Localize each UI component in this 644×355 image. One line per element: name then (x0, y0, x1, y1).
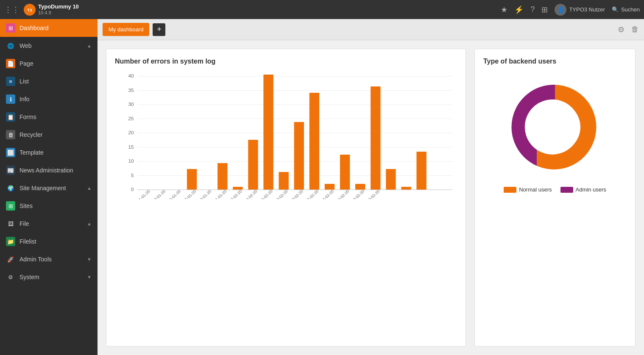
svg-rect-27 (248, 140, 258, 190)
chevron-down2-icon: ▼ (87, 275, 92, 280)
bar-chart-svg: 40 35 30 25 20 15 10 5 0 (115, 72, 457, 199)
sidebar-label-news: News Administration (20, 167, 73, 174)
chevron-down-icon: ▼ (87, 257, 92, 262)
svg-text:23-01-20: 23-01-20 (152, 189, 166, 199)
bookmark-icon[interactable]: ★ (501, 5, 507, 14)
chevron-up2-icon: ▲ (87, 186, 92, 191)
svg-text:16-02-20: 16-02-20 (335, 189, 350, 199)
layout: ⊞ Dashboard 🌐 Web ▲ 📄 Page ≡ List ℹ Info… (0, 19, 644, 355)
chevron-up-icon: ▲ (87, 43, 92, 48)
sidebar-item-template[interactable]: ⬜ Template (0, 144, 98, 161)
svg-text:25: 25 (128, 116, 134, 121)
legend-admin-label: Admin users (576, 186, 606, 193)
sidebar-item-filelist[interactable]: 📁 Filelist (0, 233, 98, 250)
svg-text:02-02-20: 02-02-20 (228, 189, 243, 199)
topbar-right: ★ ⚡ ? ⊞ 👤 TYPO3 Nutzer 🔍 Suchen (501, 4, 640, 16)
sidebar-group-system[interactable]: ⚙ System ▼ (0, 268, 98, 286)
svg-rect-23 (187, 169, 197, 190)
svg-rect-28 (263, 75, 273, 190)
sidebar-group-file[interactable]: 🖼 File ▲ (0, 215, 98, 233)
admin-tools-icon: 🚀 (6, 255, 15, 264)
svg-text:04-02-20: 04-02-20 (243, 189, 258, 199)
main-content: My dashboard + ⚙ 🗑 Number of errors in s… (98, 19, 644, 355)
add-widget-button[interactable]: + (153, 23, 165, 36)
sidebar-item-recycler[interactable]: 🗑 Recycler (0, 126, 98, 144)
svg-text:5: 5 (131, 173, 134, 178)
sidebar-item-list[interactable]: ≡ List (0, 72, 98, 90)
bar-chart-card: Number of errors in system log (106, 49, 466, 347)
svg-text:18-02-20: 18-02-20 (351, 189, 365, 199)
bar-chart-container: 40 35 30 25 20 15 10 5 0 (115, 72, 457, 199)
sidebar-item-news[interactable]: 📰 News Administration (0, 161, 98, 179)
svg-rect-35 (371, 86, 380, 190)
donut-chart-title: Type of backend users (483, 58, 627, 65)
recycler-icon: 🗑 (6, 130, 15, 139)
sidebar-item-sites[interactable]: ⊞ Sites (0, 197, 98, 215)
svg-text:40: 40 (128, 73, 134, 78)
svg-text:T3: T3 (27, 8, 32, 12)
sidebar-group-admin-tools[interactable]: 🚀 Admin Tools ▼ (0, 250, 98, 268)
svg-text:06-02-20: 06-02-20 (259, 189, 273, 199)
sidebar-item-info[interactable]: ℹ Info (0, 90, 98, 108)
sidebar-group-web[interactable]: 🌐 Web ▲ (0, 37, 98, 55)
search-area[interactable]: 🔍 Suchen (612, 6, 640, 13)
svg-text:27-01-20: 27-01-20 (182, 189, 197, 199)
grid-icon[interactable]: ⋮⋮ (4, 5, 20, 14)
svg-rect-36 (386, 169, 396, 190)
filelist-icon: 📁 (6, 237, 15, 246)
user-menu[interactable]: 👤 TYPO3 Nutzer (555, 4, 605, 16)
svg-text:25-01-20: 25-01-20 (167, 189, 181, 199)
topbar: ⋮⋮ T3 TypoDummy 10 10.4.9 ★ ⚡ ? ⊞ 👤 TYPO… (0, 0, 644, 19)
news-icon: 📰 (6, 166, 15, 175)
sites-icon: ⊞ (6, 201, 15, 211)
my-dashboard-button[interactable]: My dashboard (103, 23, 149, 36)
svg-rect-32 (325, 184, 335, 190)
sidebar-label-filelist: Filelist (20, 238, 36, 245)
sidebar-label-list: List (20, 78, 29, 85)
svg-rect-34 (355, 184, 365, 190)
template-icon: ⬜ (6, 148, 15, 157)
sidebar-label-forms: Forms (20, 114, 36, 120)
list-icon: ≡ (6, 77, 15, 86)
sidebar-label-template: Template (20, 149, 44, 156)
svg-rect-31 (309, 93, 319, 190)
legend-admin-users: Admin users (560, 186, 606, 193)
svg-text:08-02-20: 08-02-20 (274, 189, 289, 199)
sidebar-label-admin-tools: Admin Tools (20, 256, 52, 263)
main-body: Number of errors in system log (98, 40, 644, 355)
legend-normal-color (504, 187, 516, 193)
sidebar-label-dashboard: Dashboard (20, 25, 49, 31)
sidebar: ⊞ Dashboard 🌐 Web ▲ 📄 Page ≡ List ℹ Info… (0, 19, 98, 355)
grid2-icon[interactable]: ⊞ (541, 5, 548, 14)
trash-icon[interactable]: 🗑 (631, 25, 639, 34)
sidebar-item-dashboard[interactable]: ⊞ Dashboard (0, 19, 98, 37)
chevron-up3-icon: ▲ (87, 221, 92, 226)
svg-text:0: 0 (131, 187, 134, 192)
legend-admin-color (560, 187, 573, 193)
sidebar-item-forms[interactable]: 📋 Forms (0, 108, 98, 126)
site-version: 10.4.9 (38, 10, 79, 16)
sidebar-label-file: File (20, 220, 29, 227)
system-icon: ⚙ (6, 272, 15, 282)
flash-icon[interactable]: ⚡ (514, 5, 524, 14)
sidebar-label-site-management: Site Management (20, 185, 66, 191)
svg-rect-26 (233, 187, 243, 190)
svg-rect-25 (217, 163, 227, 190)
svg-rect-38 (416, 152, 426, 190)
sidebar-item-page[interactable]: 📄 Page (0, 55, 98, 72)
main-toolbar: My dashboard + ⚙ 🗑 (98, 19, 644, 40)
sidebar-label-info: Info (20, 96, 29, 103)
settings-icon[interactable]: ⚙ (618, 25, 624, 34)
typo3-logo: T3 (24, 4, 36, 16)
search-label: Suchen (621, 6, 640, 13)
svg-text:21-01-20: 21-01-20 (137, 189, 151, 199)
sidebar-label-sites: Sites (20, 202, 33, 209)
avatar: 👤 (555, 4, 566, 16)
sidebar-group-site-management[interactable]: 🌍 Site Management ▲ (0, 179, 98, 197)
help-icon[interactable]: ? (530, 5, 535, 14)
site-info: TypoDummy 10 10.4.9 (38, 3, 79, 16)
search-icon: 🔍 (612, 6, 619, 13)
donut-container: Normal users Admin users (483, 72, 627, 193)
svg-text:31-01-20: 31-01-20 (213, 189, 227, 199)
info-icon: ℹ (6, 94, 15, 104)
